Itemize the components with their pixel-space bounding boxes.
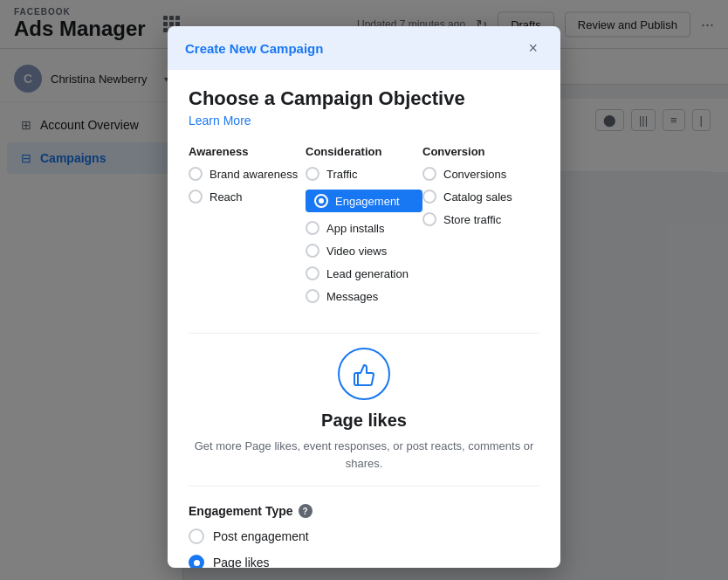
- catalog-sales-option[interactable]: Catalog sales: [422, 190, 539, 204]
- catalog-sales-radio[interactable]: [422, 190, 436, 204]
- post-engagement-radio[interactable]: [189, 528, 204, 544]
- engagement-type-label: Engagement Type ?: [189, 504, 539, 518]
- video-views-label: Video views: [326, 245, 387, 258]
- messages-option[interactable]: Messages: [306, 289, 422, 303]
- reach-radio[interactable]: [189, 190, 203, 204]
- messages-label: Messages: [326, 290, 378, 303]
- traffic-label: Traffic: [326, 168, 357, 181]
- conversions-label: Conversions: [443, 168, 506, 181]
- preview-area: Page likes Get more Page likes, event re…: [189, 333, 539, 487]
- video-views-option[interactable]: Video views: [306, 244, 422, 258]
- brand-awareness-label: Brand awareness: [209, 168, 298, 181]
- app-installs-option[interactable]: App installs: [306, 221, 422, 235]
- page-likes-option[interactable]: Page likes: [189, 555, 539, 568]
- conversion-header: Conversion: [422, 145, 539, 158]
- awareness-header: Awareness: [189, 145, 306, 158]
- messages-radio[interactable]: [306, 289, 319, 303]
- catalog-sales-label: Catalog sales: [443, 190, 512, 204]
- conversions-radio[interactable]: [422, 167, 436, 181]
- preview-title: Page likes: [189, 411, 539, 431]
- modal-close-button[interactable]: ×: [523, 38, 543, 58]
- consideration-column: Consideration Traffic Engagement App ins…: [306, 145, 422, 312]
- page-likes-radio[interactable]: [189, 555, 204, 568]
- consideration-header: Consideration: [306, 145, 422, 158]
- thumbs-up-icon: [351, 361, 377, 387]
- lead-generation-radio[interactable]: [306, 266, 319, 280]
- modal-title: Create New Campaign: [185, 41, 323, 56]
- engagement-label: Engagement: [335, 195, 400, 208]
- info-icon[interactable]: ?: [299, 504, 312, 518]
- app-installs-label: App installs: [326, 222, 384, 235]
- conversion-column: Conversion Conversions Catalog sales Sto…: [422, 145, 539, 312]
- post-engagement-label: Post engagement: [213, 529, 309, 543]
- brand-awareness-radio[interactable]: [189, 167, 203, 181]
- reach-label: Reach: [209, 190, 243, 204]
- engagement-type-section: Engagement Type ? Post engagement Page l…: [189, 504, 539, 568]
- video-views-radio[interactable]: [306, 244, 319, 258]
- app-installs-radio[interactable]: [306, 221, 319, 235]
- modal-header: Create New Campaign ×: [168, 26, 560, 70]
- page-likes-label: Page likes: [213, 556, 270, 568]
- brand-awareness-option[interactable]: Brand awareness: [189, 167, 306, 181]
- modal-heading: Choose a Campaign Objective: [189, 87, 539, 110]
- traffic-option[interactable]: Traffic: [306, 167, 422, 181]
- objectives-grid: Awareness Brand awareness Reach Consider…: [189, 145, 539, 312]
- lead-generation-label: Lead generation: [326, 267, 409, 280]
- store-traffic-radio[interactable]: [422, 212, 436, 226]
- awareness-column: Awareness Brand awareness Reach: [189, 145, 306, 312]
- lead-generation-option[interactable]: Lead generation: [306, 266, 422, 280]
- traffic-radio[interactable]: [306, 167, 319, 181]
- modal-overlay: Create New Campaign × Choose a Campaign …: [0, 0, 728, 580]
- preview-icon: [338, 348, 390, 400]
- learn-more-link[interactable]: Learn More: [189, 114, 251, 128]
- post-engagement-option[interactable]: Post engagement: [189, 528, 539, 544]
- engagement-option[interactable]: Engagement: [306, 190, 422, 212]
- modal-body: Choose a Campaign Objective Learn More A…: [168, 70, 560, 568]
- create-campaign-modal: Create New Campaign × Choose a Campaign …: [168, 26, 560, 568]
- engagement-radio[interactable]: [314, 194, 328, 208]
- preview-description: Get more Page likes, event responses, or…: [189, 438, 539, 472]
- conversions-option[interactable]: Conversions: [422, 167, 539, 181]
- reach-option[interactable]: Reach: [189, 190, 306, 204]
- store-traffic-option[interactable]: Store traffic: [422, 212, 539, 226]
- store-traffic-label: Store traffic: [443, 213, 501, 226]
